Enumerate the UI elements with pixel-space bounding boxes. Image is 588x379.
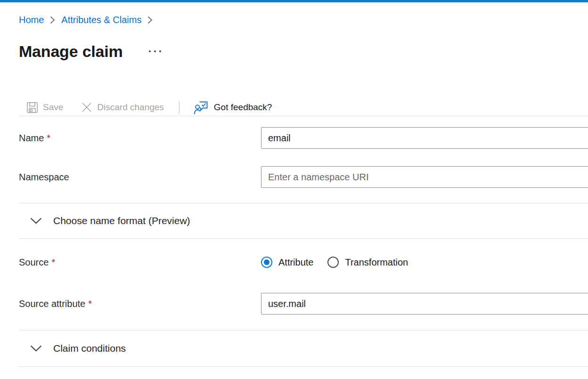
page-title: Manage claim <box>19 42 123 61</box>
namespace-label: Namespace <box>19 172 261 183</box>
source-attribute-label-text: Source attribute <box>19 298 85 309</box>
ellipsis-icon <box>154 50 156 52</box>
chevron-down-icon <box>30 345 42 352</box>
attribute-radio-label: Attribute <box>278 257 313 268</box>
toolbar-divider <box>179 101 180 114</box>
source-transformation-radio[interactable]: Transformation <box>327 257 408 268</box>
save-label: Save <box>43 102 63 113</box>
got-feedback-button[interactable]: Got feedback? <box>194 99 272 115</box>
chevron-down-icon <box>30 218 42 224</box>
section-divider <box>19 116 588 116</box>
source-radio-group: Attribute Transformation <box>261 257 408 268</box>
ellipsis-icon <box>159 50 161 52</box>
source-label-text: Source <box>19 257 49 267</box>
claim-conditions-section-toggle[interactable]: Claim conditions <box>0 331 588 366</box>
name-label-text: Name <box>19 133 44 143</box>
discard-changes-button[interactable]: Discard changes <box>81 102 164 113</box>
name-input[interactable] <box>261 127 588 149</box>
choose-name-format-section-title: Choose name format (Preview) <box>53 215 190 226</box>
source-field-row: Source* Attribute Transformation <box>0 252 588 273</box>
source-attribute-input[interactable] <box>261 293 588 314</box>
feedback-icon <box>194 99 209 115</box>
breadcrumb: Home Attributes & Claims <box>0 2 588 26</box>
close-icon <box>81 102 92 113</box>
chevron-right-icon <box>147 16 153 24</box>
save-icon <box>26 102 38 113</box>
section-divider <box>19 366 588 367</box>
namespace-label-text: Namespace <box>19 172 69 182</box>
required-asterisk: * <box>47 133 50 143</box>
section-divider <box>19 238 588 239</box>
radio-selected-icon <box>261 257 272 268</box>
transformation-radio-label: Transformation <box>345 257 408 268</box>
required-asterisk: * <box>88 298 92 309</box>
breadcrumb-attributes-claims-link[interactable]: Attributes & Claims <box>61 13 141 26</box>
chevron-right-icon <box>50 16 55 24</box>
page-header: Manage claim <box>19 40 588 62</box>
got-feedback-label: Got feedback? <box>214 102 272 113</box>
source-attribute-field-row: Source attribute* <box>0 293 588 314</box>
breadcrumb-home-link[interactable]: Home <box>19 13 44 26</box>
command-bar: Save Discard changes Got feedback? <box>26 99 588 116</box>
name-field-row: Name* <box>0 127 588 149</box>
name-label: Name* <box>19 133 261 144</box>
ellipsis-icon <box>149 50 151 52</box>
more-options-button[interactable] <box>148 48 162 55</box>
source-attribute-label: Source attribute* <box>19 298 261 309</box>
source-label: Source* <box>19 257 261 268</box>
discard-changes-label: Discard changes <box>97 102 164 113</box>
radio-unselected-icon <box>327 257 339 268</box>
namespace-field-row: Namespace <box>0 166 588 188</box>
namespace-input[interactable] <box>261 166 588 188</box>
required-asterisk: * <box>51 257 55 267</box>
source-attribute-radio[interactable]: Attribute <box>261 257 313 268</box>
manage-claim-page: Home Attributes & Claims Manage claim <box>0 2 588 367</box>
claim-conditions-section-title: Claim conditions <box>53 343 126 354</box>
save-button[interactable]: Save <box>26 102 63 113</box>
choose-name-format-section-toggle[interactable]: Choose name format (Preview) <box>0 203 588 238</box>
